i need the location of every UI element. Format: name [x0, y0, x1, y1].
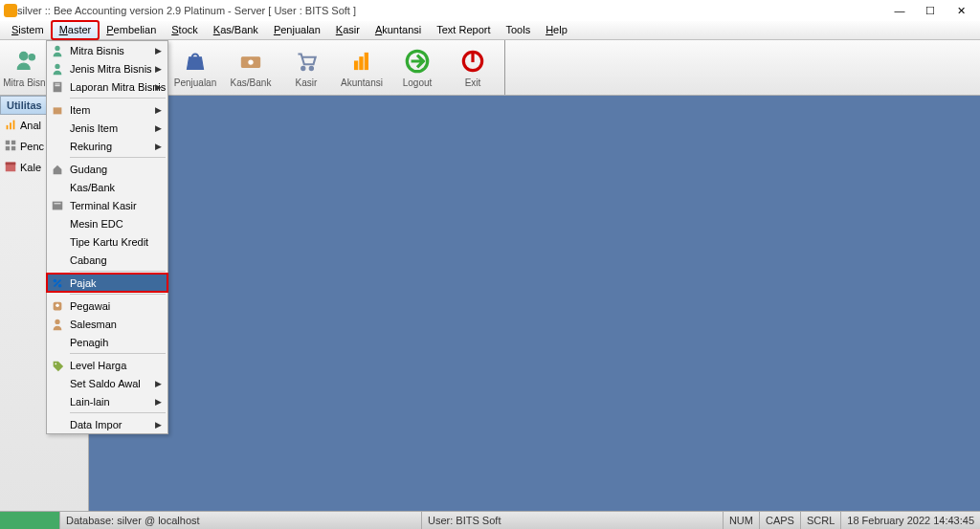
menu-item-tipekartukredit[interactable]: Tipe Kartu Kredit [47, 232, 167, 251]
menu-item-terminalkasir[interactable]: Terminal Kasir [47, 196, 167, 214]
chevron-right-icon: ▶ [155, 123, 162, 133]
menu-item-cabang[interactable]: Cabang [47, 251, 167, 269]
svg-point-34 [55, 319, 59, 323]
menu-stock[interactable]: Stock [164, 21, 206, 39]
cart-icon [292, 47, 321, 76]
menu-item-pajak[interactable]: Pajak [47, 274, 167, 292]
svg-point-33 [56, 303, 59, 307]
titlebar: silver :: Bee Accounting version 2.9 Pla… [0, 0, 980, 21]
svg-rect-28 [53, 201, 63, 209]
statusbar: Database: silver @ localhost User: BITS … [0, 511, 980, 529]
svg-rect-10 [360, 57, 363, 70]
svg-point-8 [309, 66, 313, 70]
menu-item-lainlain[interactable]: Lain-lain▶ [47, 392, 167, 410]
status-scrl: SCRL [800, 512, 840, 529]
menu-kasir[interactable]: Kasir [328, 21, 368, 39]
toolbar-kasir[interactable]: Kasir [278, 40, 334, 95]
svg-point-35 [55, 363, 56, 364]
chart-icon [347, 47, 376, 76]
toolbar-akuntansi[interactable]: Akuntansi [334, 40, 390, 95]
menu-textreport[interactable]: Text Report [429, 21, 498, 39]
master-dropdown-menu: Mitra Bisnis▶Jenis Mitra Bisnis▶Laporan … [46, 40, 168, 434]
svg-point-30 [54, 278, 57, 282]
content-area [89, 96, 980, 511]
menu-item-laporanmitrabisnis[interactable]: Laporan Mitra Bisnis▶ [47, 77, 167, 96]
menu-akuntansi[interactable]: Akuntansi [368, 21, 429, 39]
chevron-right-icon: ▶ [155, 420, 162, 430]
menu-help[interactable]: Help [538, 21, 575, 39]
svg-rect-18 [6, 146, 10, 150]
home-icon [50, 162, 65, 177]
svg-point-23 [55, 63, 59, 68]
menu-item-pegawai[interactable]: Pegawai [47, 297, 167, 315]
chevron-right-icon: ▶ [155, 379, 162, 388]
close-button[interactable]: ✕ [946, 1, 976, 20]
menu-pembelian[interactable]: Pembelian [99, 21, 164, 39]
svg-rect-16 [6, 141, 10, 144]
report-icon [50, 79, 65, 95]
person-icon [50, 61, 65, 77]
menu-item-item[interactable]: Item▶ [47, 100, 167, 119]
power-icon [458, 47, 487, 76]
menu-item-levelharga[interactable]: Level Harga [47, 356, 167, 374]
menu-item-jenisitem[interactable]: Jenis Item▶ [47, 119, 167, 137]
bag-icon [181, 47, 210, 76]
menu-item-dataimpor[interactable]: Data Impor▶ [47, 415, 167, 433]
grid-icon [4, 139, 17, 154]
chevron-right-icon: ▶ [155, 142, 162, 151]
status-date: 18 February 2022 14:43:45 [840, 512, 980, 529]
svg-rect-13 [7, 125, 9, 129]
menu-item-salesman[interactable]: Salesman [47, 315, 167, 333]
chart-icon [4, 118, 17, 133]
status-caps: CAPS [759, 512, 800, 529]
menu-item-rekuring[interactable]: Rekuring▶ [47, 137, 167, 155]
menu-item-penagih[interactable]: Penagih [47, 333, 167, 351]
people-icon [13, 47, 42, 76]
menu-item-gudang[interactable]: Gudang [47, 160, 167, 178]
toolbar-penjualan[interactable]: Penjualan [167, 40, 223, 95]
menu-item-kasbank[interactable]: Kas/Bank [47, 178, 167, 196]
svg-rect-17 [11, 141, 15, 144]
terminal-icon [50, 198, 65, 213]
menu-kasbank[interactable]: Kas/Bank [206, 21, 266, 39]
svg-rect-15 [13, 121, 15, 130]
menu-penjualan[interactable]: Penjualan [266, 21, 328, 39]
menu-tools[interactable]: Tools [498, 21, 538, 39]
svg-point-6 [248, 59, 254, 65]
svg-rect-25 [55, 83, 59, 84]
box-icon [50, 102, 65, 118]
percent-icon [50, 276, 65, 291]
sales-icon [50, 317, 65, 332]
svg-rect-29 [55, 203, 61, 204]
menu-item-setsaldoawal[interactable]: Set Saldo Awal▶ [47, 374, 167, 392]
svg-rect-14 [10, 122, 11, 129]
tag-icon [50, 358, 65, 373]
chevron-right-icon: ▶ [155, 397, 162, 407]
svg-rect-24 [54, 81, 62, 92]
menu-sistem[interactable]: Sistem [4, 21, 52, 39]
svg-rect-11 [365, 53, 368, 69]
svg-rect-19 [11, 146, 15, 150]
menu-master[interactable]: Master [52, 21, 100, 39]
maximize-button[interactable]: ☐ [915, 1, 946, 20]
badge-icon [50, 298, 65, 314]
svg-point-1 [29, 55, 34, 60]
toolbar-kasbank[interactable]: Kas/Bank [223, 40, 278, 95]
svg-rect-9 [355, 61, 358, 70]
menu-item-mesinedc[interactable]: Mesin EDC [47, 214, 167, 232]
chevron-right-icon: ▶ [155, 46, 162, 55]
window-title: silver :: Bee Accounting version 2.9 Pla… [17, 5, 356, 16]
minimize-button[interactable]: — [884, 1, 915, 20]
menu-item-jenismitrabisnis[interactable]: Jenis Mitra Bisnis▶ [47, 59, 167, 77]
svg-point-22 [55, 45, 59, 50]
logout-icon [403, 47, 432, 76]
toolbar-exit[interactable]: Exit [445, 40, 501, 95]
svg-point-0 [19, 52, 28, 60]
svg-rect-21 [6, 163, 16, 165]
menu-item-mitrabisnis[interactable]: Mitra Bisnis▶ [47, 41, 167, 59]
chevron-right-icon: ▶ [155, 82, 162, 92]
toolbar-logout[interactable]: Logout [390, 40, 445, 95]
status-user: User: BITS Soft [421, 512, 506, 529]
svg-rect-26 [55, 85, 59, 86]
chevron-right-icon: ▶ [155, 105, 162, 115]
